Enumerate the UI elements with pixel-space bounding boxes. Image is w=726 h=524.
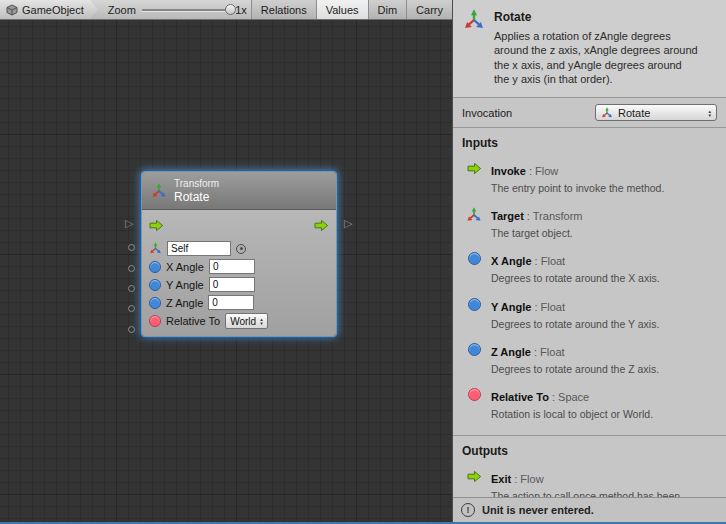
float-port-icon <box>468 298 481 311</box>
dim-button[interactable]: Dim <box>368 0 407 19</box>
entry-description: Degrees to rotate around the Y axis. <box>491 318 659 331</box>
float-port-icon <box>468 343 481 356</box>
breadcrumb-gameobject[interactable]: GameObject <box>0 0 98 19</box>
zoom-label: Zoom <box>108 4 136 16</box>
flow-input-marker[interactable]: ▷ <box>125 218 133 229</box>
transform-icon <box>601 107 613 119</box>
relative-to-input-marker[interactable] <box>128 326 135 333</box>
transform-icon <box>463 9 485 31</box>
node-title: Transform <box>174 178 219 190</box>
z-angle-field[interactable] <box>208 295 254 310</box>
zoom-value: 1x <box>235 4 247 16</box>
target-input-marker[interactable] <box>128 244 135 251</box>
zoom-slider-knob[interactable] <box>225 4 236 15</box>
input-entry-target: Target : Transform The target object. <box>453 201 726 246</box>
flow-icon <box>467 162 482 175</box>
node-header[interactable]: Transform Rotate <box>142 172 336 210</box>
gameobject-icon <box>6 4 18 16</box>
float-port-icon <box>468 252 481 265</box>
input-entry-z-angle: Z Angle : Float Degrees to rotate around… <box>453 337 726 382</box>
zoom-slider[interactable] <box>140 0 231 19</box>
node-body: X Angle Y Angle Z Angle Relative To <box>142 210 336 336</box>
z-angle-input-marker[interactable] <box>128 305 135 312</box>
y-angle-field[interactable] <box>209 277 255 292</box>
input-entry-x-angle: X Angle : Float Degrees to rotate around… <box>453 246 726 291</box>
entry-description: The target object. <box>491 227 583 240</box>
entry-type: Float <box>540 346 564 358</box>
y-angle-port-icon[interactable] <box>149 279 161 291</box>
y-angle-input-marker[interactable] <box>128 285 135 292</box>
relative-to-port-icon[interactable] <box>149 315 161 327</box>
transform-icon <box>466 207 482 223</box>
entry-name: X Angle <box>491 255 532 267</box>
input-entry-relative-to: Relative To : Space Rotation is local to… <box>453 382 726 427</box>
flow-output-marker[interactable]: ▷ <box>344 218 352 229</box>
space-port-icon <box>468 388 481 401</box>
invocation-dropdown[interactable]: Rotate ▴▾ <box>595 104 717 121</box>
zoom-slider-track <box>142 9 229 11</box>
outputs-header: Outputs <box>453 435 726 464</box>
entry-type: Flow <box>520 473 543 485</box>
node-subtitle: Rotate <box>174 190 219 204</box>
entry-description: Degrees to rotate around the Z axis. <box>491 363 659 376</box>
entry-description: The entry point to invoke the method. <box>491 182 664 195</box>
entry-name: Relative To <box>491 391 549 403</box>
breadcrumb-label: GameObject <box>22 4 84 16</box>
entry-description: Degrees to rotate around the X axis. <box>491 272 660 285</box>
entry-name: Z Angle <box>491 346 531 358</box>
warning-icon: ! <box>461 503 475 517</box>
x-angle-input-marker[interactable] <box>128 265 135 272</box>
input-entry-invoke: Invoke : Flow The entry point to invoke … <box>453 156 726 201</box>
invocation-value: Rotate <box>618 107 703 119</box>
entry-type: Flow <box>535 165 558 177</box>
object-picker-icon[interactable] <box>236 244 246 254</box>
unit-description-panel: Rotate Applies a rotation of zAngle degr… <box>453 0 726 98</box>
entry-name: Exit <box>491 473 511 485</box>
relations-button[interactable]: Relations <box>251 0 316 19</box>
entry-type: Transform <box>533 210 583 222</box>
entry-description: Rotation is local to object or World. <box>491 408 653 421</box>
input-entry-y-angle: Y Angle : Float Degrees to rotate around… <box>453 292 726 337</box>
flow-icon <box>467 470 482 483</box>
rotate-node[interactable]: Transform Rotate X Angle <box>142 172 336 336</box>
y-angle-label: Y Angle <box>166 279 204 291</box>
values-button[interactable]: Values <box>316 0 368 19</box>
warning-bar: ! Unit is never entered. <box>453 497 726 522</box>
invocation-row: Invocation Rotate ▴▾ <box>453 98 726 128</box>
carry-button[interactable]: Carry <box>406 0 452 19</box>
inspector-description: Applies a rotation of zAngle degrees aro… <box>494 29 699 86</box>
z-angle-port-icon[interactable] <box>149 297 161 309</box>
invocation-label: Invocation <box>462 107 512 119</box>
graph-canvas[interactable]: ▷ ▷ Transform Rotate <box>0 20 452 524</box>
invoke-port-icon[interactable] <box>149 219 164 232</box>
x-angle-label: X Angle <box>166 261 204 273</box>
target-field[interactable] <box>167 241 231 256</box>
warning-text: Unit is never entered. <box>482 504 594 516</box>
relative-to-label: Relative To <box>166 315 220 327</box>
toolbar-toggle-group: Relations Values Dim Carry <box>251 0 452 19</box>
x-angle-field[interactable] <box>209 259 255 274</box>
target-port-icon[interactable] <box>149 242 162 255</box>
entry-type: Space <box>558 391 589 403</box>
graph-toolbar: GameObject Zoom 1x Relations Values Dim … <box>0 0 452 20</box>
entry-name: Y Angle <box>491 301 531 313</box>
inputs-header: Inputs <box>453 128 726 156</box>
inspector-title: Rotate <box>494 10 699 24</box>
entry-name: Invoke <box>491 165 526 177</box>
x-angle-port-icon[interactable] <box>149 261 161 273</box>
dropdown-arrows-icon: ▴▾ <box>708 109 711 117</box>
relative-to-value: World <box>230 316 256 327</box>
relative-to-dropdown[interactable]: World ▴▾ <box>225 313 267 329</box>
transform-icon <box>151 183 167 199</box>
z-angle-label: Z Angle <box>166 297 203 309</box>
entry-type: Float <box>541 301 565 313</box>
entry-name: Target <box>491 210 524 222</box>
dropdown-arrows-icon: ▴▾ <box>260 317 263 325</box>
inspector-panel: Rotate Applies a rotation of zAngle degr… <box>452 0 726 522</box>
exit-port-icon[interactable] <box>314 219 329 232</box>
entry-type: Float <box>541 255 565 267</box>
